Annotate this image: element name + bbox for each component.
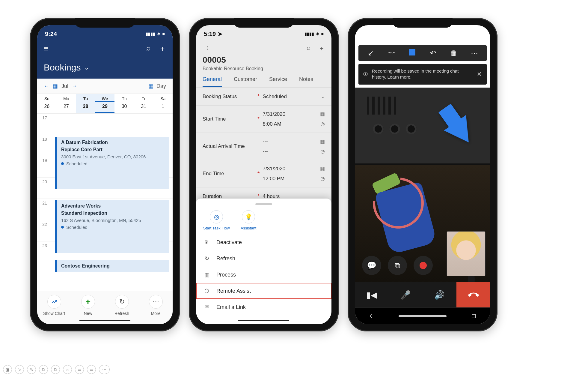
weekday-label[interactable]: Mo (57, 94, 76, 101)
color-swatch[interactable] (405, 49, 419, 57)
refresh-icon: ↻ (203, 255, 210, 262)
calendar-icon[interactable]: ▦ (53, 83, 58, 89)
status-time: 12:30 (471, 36, 483, 41)
booking-card[interactable]: Adventure WorksStandard Inspection162 S … (55, 200, 169, 253)
process-icon: ▥ (203, 271, 210, 278)
action-sheet: ◎ Start Task Flow 💡 Assistant 🗎Deactivat… (196, 199, 331, 324)
remote-assist-icon: ⬡ (203, 288, 210, 294)
chevron-down-icon: ⌄ (84, 64, 89, 71)
tool-pencil-icon[interactable]: ✎ (27, 365, 36, 374)
deactivate-icon: 🗎 (203, 239, 210, 246)
learn-more-link[interactable]: Learn more. (387, 74, 411, 79)
hour-label: 20 (37, 178, 52, 184)
chat-button[interactable]: 💬 (362, 256, 381, 275)
booking-address: 162 S Avenue, Bloomington, MN, 55425 (61, 218, 165, 223)
sheet-item-refresh[interactable]: ↻Refresh (196, 250, 331, 267)
tool-more-icon[interactable]: ⋯ (99, 365, 110, 374)
ink-icon[interactable]: 〰 (385, 49, 398, 57)
refresh-button[interactable]: ↻ Refresh (105, 295, 139, 316)
day-number[interactable]: 26 (37, 102, 57, 112)
weekday-label[interactable]: Th (114, 94, 134, 101)
booking-company: A Datum Fabrication (61, 140, 165, 145)
status-time: 9:24 (45, 31, 57, 37)
quick-start-task-flow[interactable]: ◎ Start Task Flow (203, 210, 230, 230)
day-number[interactable]: 28 (76, 102, 95, 112)
weekday-label[interactable]: Sa (153, 94, 173, 101)
document-floating-toolbar: ▣ ▷ ✎ ⧉ ⧉ ⌕ ▭ ▭ ⋯ (3, 365, 110, 374)
quick-assistant[interactable]: 💡 Assistant (241, 210, 257, 230)
annotation-toolbar: ↙ 〰 ↶ 🗑 ⋯ (358, 45, 487, 61)
day-number[interactable]: 29 (95, 102, 115, 112)
sheet-item-remote-assist[interactable]: ⬡Remote Assist (196, 283, 331, 299)
hour-label: 17 (37, 114, 52, 120)
prev-arrow-icon[interactable]: ← (44, 83, 49, 89)
booking-card[interactable]: Contoso Engineering (55, 260, 169, 272)
search-icon[interactable]: ⌕ (146, 44, 150, 53)
hamburger-icon[interactable]: ≡ (44, 44, 48, 53)
more-button[interactable]: ⋯ More (139, 295, 173, 316)
camera-toggle[interactable]: ▮◀ (355, 282, 389, 307)
signal-icon: ▾ (458, 35, 460, 41)
hangup-button[interactable] (456, 282, 490, 307)
tool-copy-icon[interactable]: ⧉ (39, 365, 48, 374)
week-strip: SuMoTuWeThFrSa 2627282930311 (37, 94, 173, 113)
weekday-label[interactable]: Fr (134, 94, 153, 101)
day-number[interactable]: 31 (134, 102, 153, 112)
self-view-face (447, 232, 485, 276)
day-number[interactable]: 27 (57, 102, 76, 112)
hour-label: 23 (37, 241, 52, 248)
self-view-pip[interactable] (447, 231, 486, 276)
month-label[interactable]: Jul (61, 83, 68, 89)
status-dot-icon (61, 162, 64, 165)
more-icon[interactable]: ⋯ (468, 49, 481, 57)
sheet-item-label: Email a Link (216, 304, 246, 310)
tool-screen-icon[interactable]: ▭ (87, 365, 96, 374)
sheet-item-deactivate[interactable]: 🗎Deactivate (196, 235, 331, 250)
sheet-item-email-a-link[interactable]: ✉Email a Link (196, 299, 331, 315)
weekday-label[interactable]: Su (37, 94, 57, 101)
view-mode-label[interactable]: Day (156, 83, 166, 89)
sheet-item-label: Refresh (216, 256, 235, 262)
date-toolbar: ← ▦ Jul → ▦ Day (37, 79, 173, 94)
chart-icon (47, 295, 61, 309)
more-icon: ⋯ (149, 295, 163, 309)
tool-copy2-icon[interactable]: ⧉ (51, 365, 60, 374)
new-button[interactable]: + New (71, 295, 105, 316)
phone-notch (393, 18, 453, 28)
booking-card[interactable]: A Datum FabricationReplace Core Part3000… (55, 137, 169, 189)
nav-home-pill[interactable] (399, 315, 447, 317)
home-indicator (79, 320, 130, 321)
trash-icon[interactable]: 🗑 (447, 49, 460, 57)
hour-label: 18 (37, 135, 52, 142)
nav-recents-icon[interactable] (468, 311, 479, 322)
weekday-label[interactable]: Tu (76, 94, 95, 101)
weekday-label[interactable]: We (95, 94, 115, 101)
tool-zoom-icon[interactable]: ⌕ (63, 365, 72, 374)
tool-blank-icon[interactable]: ▭ (75, 365, 84, 374)
undo-icon[interactable]: ↶ (426, 49, 440, 57)
phone-record: 5:19 ➤ ▮▮▮▮✶■ 〈 ⌕ ＋ 00005 Bookable Resou… (189, 18, 339, 331)
show-chart-button[interactable]: Show Chart (37, 295, 71, 316)
speaker-toggle[interactable]: 🔊 (423, 282, 456, 307)
schedule-grid[interactable]: 17181920212223A Datum FabricationReplace… (37, 113, 173, 291)
mic-toggle[interactable]: 🎤 (389, 282, 423, 307)
status-bar: ▾ ▮ ▮ 12:30 (355, 25, 490, 43)
tool-play-icon[interactable]: ▷ (15, 365, 24, 374)
close-icon[interactable]: ✕ (477, 70, 482, 78)
collapse-icon[interactable]: ↙ (364, 49, 377, 57)
tool-layers-icon[interactable]: ▣ (3, 365, 12, 374)
day-number[interactable]: 30 (114, 102, 134, 112)
nav-back-icon[interactable] (366, 311, 377, 322)
video-feed[interactable]: 💬 ⧉ (355, 88, 490, 283)
capture-button[interactable]: ⧉ (388, 256, 407, 275)
phone-notch (75, 18, 135, 28)
bottom-action-bar: Show Chart + New ↻ Refresh ⋯ More (37, 291, 173, 324)
info-icon: ⓘ (363, 71, 368, 77)
add-icon[interactable]: ＋ (159, 44, 166, 53)
page-title[interactable]: Bookings ⌄ (44, 53, 166, 73)
record-button[interactable] (414, 256, 433, 275)
next-arrow-icon[interactable]: → (72, 83, 77, 89)
day-number[interactable]: 1 (153, 102, 173, 112)
sheet-item-process[interactable]: ▥Process (196, 267, 331, 283)
sheet-handle[interactable] (255, 203, 272, 205)
